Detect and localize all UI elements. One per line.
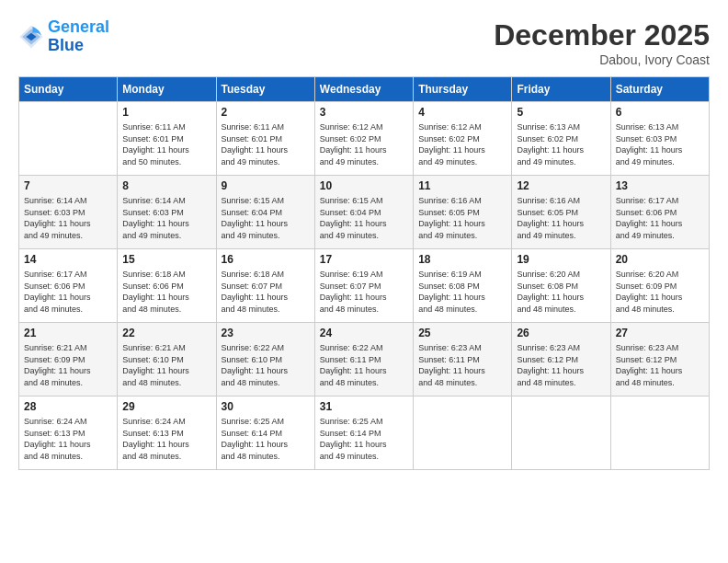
day-info: Sunrise: 6:25 AM Sunset: 6:14 PM Dayligh… xyxy=(222,416,310,462)
day-info: Sunrise: 6:12 AM Sunset: 6:02 PM Dayligh… xyxy=(320,121,408,167)
calendar-cell: 15Sunrise: 6:18 AM Sunset: 6:06 PM Dayli… xyxy=(118,249,216,323)
day-info: Sunrise: 6:21 AM Sunset: 6:10 PM Dayligh… xyxy=(122,342,210,388)
day-info: Sunrise: 6:16 AM Sunset: 6:05 PM Dayligh… xyxy=(418,195,506,241)
day-number: 20 xyxy=(616,253,704,266)
day-info: Sunrise: 6:13 AM Sunset: 6:03 PM Dayligh… xyxy=(616,121,704,167)
day-number: 16 xyxy=(222,253,310,266)
day-number: 27 xyxy=(616,327,704,339)
calendar-cell: 3Sunrise: 6:12 AM Sunset: 6:02 PM Daylig… xyxy=(314,102,413,176)
calendar-cell: 7Sunrise: 6:14 AM Sunset: 6:03 PM Daylig… xyxy=(19,176,118,249)
calendar-week-row: 21Sunrise: 6:21 AM Sunset: 6:09 PM Dayli… xyxy=(19,323,710,396)
calendar-week-row: 28Sunrise: 6:24 AM Sunset: 6:13 PM Dayli… xyxy=(19,396,710,470)
calendar-cell: 19Sunrise: 6:20 AM Sunset: 6:08 PM Dayli… xyxy=(512,249,610,323)
calendar-cell: 9Sunrise: 6:15 AM Sunset: 6:04 PM Daylig… xyxy=(216,176,314,249)
calendar-cell xyxy=(610,396,709,470)
col-header-monday: Monday xyxy=(118,77,216,102)
day-info: Sunrise: 6:14 AM Sunset: 6:03 PM Dayligh… xyxy=(24,195,112,241)
day-info: Sunrise: 6:15 AM Sunset: 6:04 PM Dayligh… xyxy=(222,195,310,241)
col-header-thursday: Thursday xyxy=(414,77,512,102)
day-info: Sunrise: 6:23 AM Sunset: 6:12 PM Dayligh… xyxy=(616,342,704,388)
calendar-cell: 2Sunrise: 6:11 AM Sunset: 6:01 PM Daylig… xyxy=(216,102,314,176)
calendar-week-row: 14Sunrise: 6:17 AM Sunset: 6:06 PM Dayli… xyxy=(19,249,710,323)
day-number: 11 xyxy=(418,179,506,192)
logo-text: General Blue xyxy=(48,18,109,55)
calendar-cell: 14Sunrise: 6:17 AM Sunset: 6:06 PM Dayli… xyxy=(19,249,118,323)
day-info: Sunrise: 6:18 AM Sunset: 6:06 PM Dayligh… xyxy=(122,269,210,315)
day-info: Sunrise: 6:20 AM Sunset: 6:08 PM Dayligh… xyxy=(517,269,605,315)
day-number: 2 xyxy=(222,106,310,119)
calendar-cell: 6Sunrise: 6:13 AM Sunset: 6:03 PM Daylig… xyxy=(610,102,709,176)
day-number: 12 xyxy=(517,179,605,192)
location-subtitle: Dabou, Ivory Coast xyxy=(494,52,710,67)
calendar-cell xyxy=(414,396,512,470)
day-info: Sunrise: 6:22 AM Sunset: 6:10 PM Dayligh… xyxy=(222,342,310,388)
day-info: Sunrise: 6:12 AM Sunset: 6:02 PM Dayligh… xyxy=(418,121,506,167)
day-number: 9 xyxy=(222,179,310,192)
calendar-cell: 23Sunrise: 6:22 AM Sunset: 6:10 PM Dayli… xyxy=(216,323,314,396)
day-number: 26 xyxy=(517,327,605,339)
day-info: Sunrise: 6:20 AM Sunset: 6:09 PM Dayligh… xyxy=(616,269,704,315)
calendar-cell: 11Sunrise: 6:16 AM Sunset: 6:05 PM Dayli… xyxy=(414,176,512,249)
day-number: 18 xyxy=(418,253,506,266)
calendar-cell: 13Sunrise: 6:17 AM Sunset: 6:06 PM Dayli… xyxy=(610,176,709,249)
calendar-table: SundayMondayTuesdayWednesdayThursdayFrid… xyxy=(18,76,710,470)
calendar-cell: 29Sunrise: 6:24 AM Sunset: 6:13 PM Dayli… xyxy=(118,396,216,470)
month-title: December 2025 xyxy=(494,18,710,52)
calendar-cell: 22Sunrise: 6:21 AM Sunset: 6:10 PM Dayli… xyxy=(118,323,216,396)
calendar-week-row: 1Sunrise: 6:11 AM Sunset: 6:01 PM Daylig… xyxy=(19,102,710,176)
day-number: 8 xyxy=(122,179,210,192)
day-info: Sunrise: 6:19 AM Sunset: 6:08 PM Dayligh… xyxy=(418,269,506,315)
calendar-header-row: SundayMondayTuesdayWednesdayThursdayFrid… xyxy=(19,77,710,102)
day-number: 6 xyxy=(616,106,704,119)
day-number: 1 xyxy=(122,106,210,119)
calendar-cell: 21Sunrise: 6:21 AM Sunset: 6:09 PM Dayli… xyxy=(19,323,118,396)
day-info: Sunrise: 6:16 AM Sunset: 6:05 PM Dayligh… xyxy=(517,195,605,241)
calendar-cell: 5Sunrise: 6:13 AM Sunset: 6:02 PM Daylig… xyxy=(512,102,610,176)
day-info: Sunrise: 6:11 AM Sunset: 6:01 PM Dayligh… xyxy=(122,121,210,167)
day-info: Sunrise: 6:19 AM Sunset: 6:07 PM Dayligh… xyxy=(320,269,408,315)
logo-general: General xyxy=(48,17,109,36)
day-info: Sunrise: 6:24 AM Sunset: 6:13 PM Dayligh… xyxy=(24,416,112,462)
day-info: Sunrise: 6:22 AM Sunset: 6:11 PM Dayligh… xyxy=(320,342,408,388)
calendar-cell: 1Sunrise: 6:11 AM Sunset: 6:01 PM Daylig… xyxy=(118,102,216,176)
day-info: Sunrise: 6:25 AM Sunset: 6:14 PM Dayligh… xyxy=(320,416,408,462)
calendar-cell: 20Sunrise: 6:20 AM Sunset: 6:09 PM Dayli… xyxy=(610,249,709,323)
day-number: 31 xyxy=(320,400,408,413)
logo-blue: Blue xyxy=(48,36,84,54)
calendar-cell: 8Sunrise: 6:14 AM Sunset: 6:03 PM Daylig… xyxy=(118,176,216,249)
calendar-week-row: 7Sunrise: 6:14 AM Sunset: 6:03 PM Daylig… xyxy=(19,176,710,249)
day-info: Sunrise: 6:18 AM Sunset: 6:07 PM Dayligh… xyxy=(222,269,310,315)
day-info: Sunrise: 6:17 AM Sunset: 6:06 PM Dayligh… xyxy=(616,195,704,241)
calendar-cell: 12Sunrise: 6:16 AM Sunset: 6:05 PM Dayli… xyxy=(512,176,610,249)
day-number: 10 xyxy=(320,179,408,192)
col-header-wednesday: Wednesday xyxy=(314,77,413,102)
day-number: 3 xyxy=(320,106,408,119)
day-info: Sunrise: 6:23 AM Sunset: 6:11 PM Dayligh… xyxy=(418,342,506,388)
day-number: 21 xyxy=(24,327,112,339)
calendar-cell: 18Sunrise: 6:19 AM Sunset: 6:08 PM Dayli… xyxy=(414,249,512,323)
calendar-cell: 16Sunrise: 6:18 AM Sunset: 6:07 PM Dayli… xyxy=(216,249,314,323)
col-header-tuesday: Tuesday xyxy=(216,77,314,102)
calendar-cell: 24Sunrise: 6:22 AM Sunset: 6:11 PM Dayli… xyxy=(314,323,413,396)
day-number: 4 xyxy=(418,106,506,119)
day-number: 5 xyxy=(517,106,605,119)
col-header-sunday: Sunday xyxy=(19,77,118,102)
day-number: 28 xyxy=(24,400,112,413)
day-number: 14 xyxy=(24,253,112,266)
calendar-cell: 4Sunrise: 6:12 AM Sunset: 6:02 PM Daylig… xyxy=(414,102,512,176)
day-number: 17 xyxy=(320,253,408,266)
calendar-cell: 10Sunrise: 6:15 AM Sunset: 6:04 PM Dayli… xyxy=(314,176,413,249)
logo: General Blue xyxy=(18,18,109,55)
day-number: 22 xyxy=(122,327,210,339)
calendar-cell: 30Sunrise: 6:25 AM Sunset: 6:14 PM Dayli… xyxy=(216,396,314,470)
day-number: 13 xyxy=(616,179,704,192)
day-number: 23 xyxy=(222,327,310,339)
day-number: 25 xyxy=(418,327,506,339)
calendar-cell: 25Sunrise: 6:23 AM Sunset: 6:11 PM Dayli… xyxy=(414,323,512,396)
calendar-cell: 27Sunrise: 6:23 AM Sunset: 6:12 PM Dayli… xyxy=(610,323,709,396)
day-info: Sunrise: 6:11 AM Sunset: 6:01 PM Dayligh… xyxy=(222,121,310,167)
day-info: Sunrise: 6:13 AM Sunset: 6:02 PM Dayligh… xyxy=(517,121,605,167)
day-info: Sunrise: 6:15 AM Sunset: 6:04 PM Dayligh… xyxy=(320,195,408,241)
day-number: 19 xyxy=(517,253,605,266)
day-info: Sunrise: 6:24 AM Sunset: 6:13 PM Dayligh… xyxy=(122,416,210,462)
